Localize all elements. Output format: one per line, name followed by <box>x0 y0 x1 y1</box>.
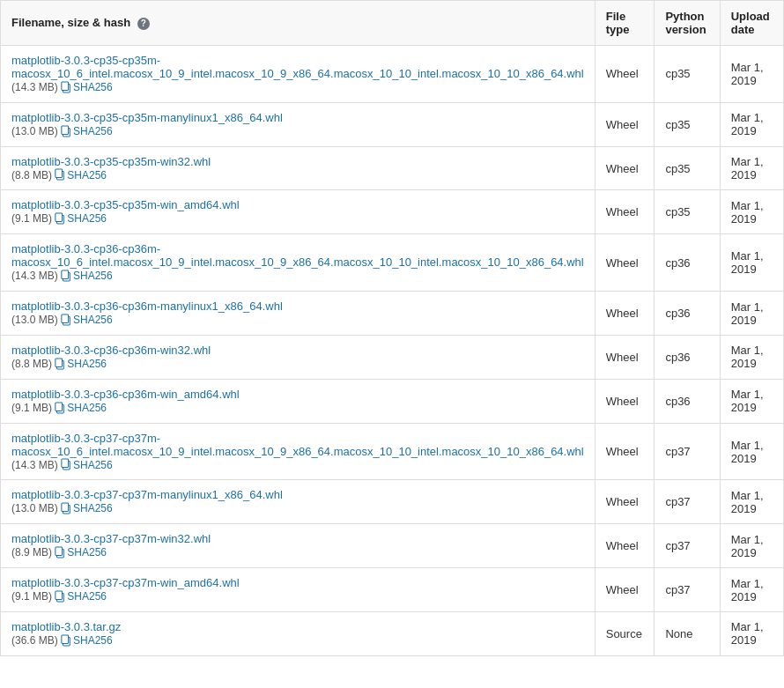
upload-date-cell: Mar 1, 2019 <box>720 46 783 103</box>
filetype-cell: Source <box>595 611 655 655</box>
table-row: matplotlib-3.0.3-cp37-cp37m-win32.whl (8… <box>1 524 784 568</box>
svg-rect-3 <box>62 126 69 134</box>
table-row: matplotlib-3.0.3-cp37-cp37m-manylinux1_x… <box>1 480 784 524</box>
python-version-cell: cp37 <box>655 524 720 568</box>
table-row: matplotlib-3.0.3-cp35-cp35m-macosx_10_6_… <box>1 46 784 103</box>
header-upload: Upload date <box>720 1 783 46</box>
svg-rect-11 <box>62 314 69 322</box>
svg-rect-15 <box>55 403 63 411</box>
upload-date-cell: Mar 1, 2019 <box>720 335 783 379</box>
filename-cell: matplotlib-3.0.3-cp36-cp36m-macosx_10_6_… <box>1 234 595 292</box>
filename-link[interactable]: matplotlib-3.0.3-cp36-cp36m-macosx_10_6_… <box>11 242 584 269</box>
file-size: (36.6 MB) <box>11 634 61 647</box>
header-filetype: File type <box>595 1 655 46</box>
sha256-link[interactable]: SHA256 <box>61 81 113 93</box>
filename-link[interactable]: matplotlib-3.0.3-cp36-cp36m-win32.whl <box>11 344 211 357</box>
filename-cell: matplotlib-3.0.3-cp37-cp37m-macosx_10_6_… <box>1 423 595 480</box>
sha256-link[interactable]: SHA256 <box>55 358 107 370</box>
filetype-cell: Wheel <box>595 102 655 146</box>
upload-date-cell: Mar 1, 2019 <box>720 524 783 568</box>
filename-link[interactable]: matplotlib-3.0.3-cp35-cp35m-manylinux1_x… <box>11 111 283 124</box>
svg-rect-1 <box>62 82 69 90</box>
upload-date-cell: Mar 1, 2019 <box>720 292 783 336</box>
sha256-link[interactable]: SHA256 <box>55 546 107 559</box>
files-table: Filename, size & hash ? File type Python… <box>0 0 784 656</box>
filename-link[interactable]: matplotlib-3.0.3-cp37-cp37m-manylinux1_x… <box>11 488 283 501</box>
upload-date-cell: Mar 1, 2019 <box>720 379 783 423</box>
file-size: (9.1 MB) <box>11 590 55 603</box>
filename-link[interactable]: matplotlib-3.0.3-cp35-cp35m-macosx_10_6_… <box>11 54 584 80</box>
filename-link[interactable]: matplotlib-3.0.3-cp37-cp37m-win32.whl <box>11 532 211 545</box>
sha256-link[interactable]: SHA256 <box>61 314 113 326</box>
python-version-cell: cp35 <box>655 190 720 234</box>
sha256-link[interactable]: SHA256 <box>55 212 107 225</box>
filename-cell: matplotlib-3.0.3-cp37-cp37m-win32.whl (8… <box>1 524 595 568</box>
sha256-link[interactable]: SHA256 <box>55 169 107 181</box>
python-version-cell: cp37 <box>655 568 720 612</box>
table-row: matplotlib-3.0.3-cp37-cp37m-macosx_10_6_… <box>1 423 784 480</box>
filename-link[interactable]: matplotlib-3.0.3-cp35-cp35m-win32.whl <box>11 155 211 168</box>
filename-link[interactable]: matplotlib-3.0.3.tar.gz <box>11 620 121 633</box>
filetype-cell: Wheel <box>595 146 655 190</box>
svg-rect-23 <box>55 591 63 599</box>
upload-date-cell: Mar 1, 2019 <box>720 102 783 146</box>
sha256-link[interactable]: SHA256 <box>61 270 113 282</box>
table-header-row: Filename, size & hash ? File type Python… <box>1 1 784 46</box>
filename-link[interactable]: matplotlib-3.0.3-cp35-cp35m-win_amd64.wh… <box>11 198 240 211</box>
table-row: matplotlib-3.0.3-cp36-cp36m-manylinux1_x… <box>1 292 784 336</box>
sha256-link[interactable]: SHA256 <box>61 459 113 471</box>
table-row: matplotlib-3.0.3-cp35-cp35m-win32.whl (8… <box>1 146 784 190</box>
copy-icon <box>55 168 65 181</box>
table-row: matplotlib-3.0.3-cp35-cp35m-manylinux1_x… <box>1 102 784 146</box>
file-size: (9.1 MB) <box>11 212 55 225</box>
upload-date-cell: Mar 1, 2019 <box>720 146 783 190</box>
header-pyversion: Python version <box>655 1 720 46</box>
python-version-cell: cp37 <box>655 423 720 480</box>
filetype-cell: Wheel <box>595 335 655 379</box>
help-icon[interactable]: ? <box>137 18 150 30</box>
filetype-cell: Wheel <box>595 524 655 568</box>
upload-date-cell: Mar 1, 2019 <box>720 611 783 655</box>
file-size: (8.8 MB) <box>11 358 55 370</box>
python-version-cell: cp36 <box>655 234 720 292</box>
file-size: (9.1 MB) <box>11 402 55 414</box>
file-size: (8.8 MB) <box>11 169 55 181</box>
filename-cell: matplotlib-3.0.3.tar.gz (36.6 MB) SHA256 <box>1 611 595 655</box>
copy-icon <box>61 502 71 514</box>
filetype-cell: Wheel <box>595 379 655 423</box>
filename-link[interactable]: matplotlib-3.0.3-cp37-cp37m-macosx_10_6_… <box>11 432 584 458</box>
copy-icon <box>61 634 71 647</box>
python-version-cell: cp35 <box>655 102 720 146</box>
file-size: (13.0 MB) <box>11 125 61 137</box>
table-row: matplotlib-3.0.3-cp35-cp35m-win_amd64.wh… <box>1 190 784 234</box>
filetype-cell: Wheel <box>595 292 655 336</box>
filetype-cell: Wheel <box>595 234 655 292</box>
header-filename: Filename, size & hash ? <box>1 1 595 46</box>
copy-icon <box>61 314 71 326</box>
copy-icon <box>61 125 71 137</box>
table-row: matplotlib-3.0.3-cp36-cp36m-win32.whl (8… <box>1 335 784 379</box>
svg-rect-9 <box>62 270 69 278</box>
file-size: (13.0 MB) <box>11 502 61 514</box>
filename-cell: matplotlib-3.0.3-cp36-cp36m-win32.whl (8… <box>1 335 595 379</box>
file-size: (8.9 MB) <box>11 546 55 559</box>
sha256-link[interactable]: SHA256 <box>61 125 113 137</box>
sha256-link[interactable]: SHA256 <box>55 590 107 603</box>
svg-rect-13 <box>55 359 63 366</box>
table-row: matplotlib-3.0.3-cp36-cp36m-win_amd64.wh… <box>1 379 784 423</box>
sha256-link[interactable]: SHA256 <box>61 502 113 514</box>
filename-cell: matplotlib-3.0.3-cp35-cp35m-win32.whl (8… <box>1 146 595 190</box>
filename-link[interactable]: matplotlib-3.0.3-cp36-cp36m-manylinux1_x… <box>11 300 283 313</box>
filename-link[interactable]: matplotlib-3.0.3-cp37-cp37m-win_amd64.wh… <box>11 576 240 589</box>
sha256-link[interactable]: SHA256 <box>55 402 107 414</box>
sha256-link[interactable]: SHA256 <box>61 634 113 647</box>
filename-link[interactable]: matplotlib-3.0.3-cp36-cp36m-win_amd64.wh… <box>11 388 240 401</box>
table-row: matplotlib-3.0.3-cp36-cp36m-macosx_10_6_… <box>1 234 784 292</box>
filename-cell: matplotlib-3.0.3-cp35-cp35m-manylinux1_x… <box>1 102 595 146</box>
file-size: (14.3 MB) <box>11 270 61 282</box>
table-row: matplotlib-3.0.3-cp37-cp37m-win_amd64.wh… <box>1 568 784 612</box>
file-size: (14.3 MB) <box>11 81 61 93</box>
upload-date-cell: Mar 1, 2019 <box>720 568 783 612</box>
filetype-cell: Wheel <box>595 568 655 612</box>
upload-date-cell: Mar 1, 2019 <box>720 234 783 292</box>
